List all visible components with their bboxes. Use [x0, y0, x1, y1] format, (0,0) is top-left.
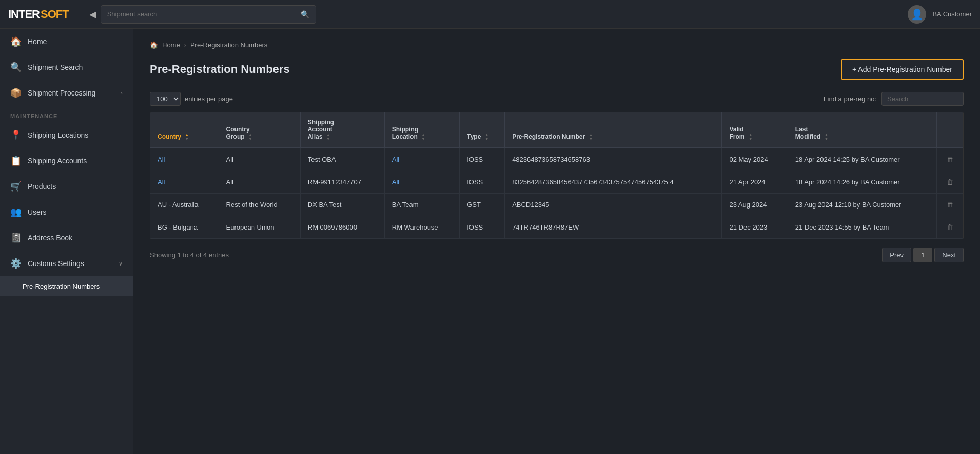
sidebar-label-users: Users	[28, 208, 47, 216]
layout: 🏠 Home 🔍 Shipment Search 📦 Shipment Proc…	[0, 29, 980, 454]
delete-row-button[interactable]: 🗑	[937, 171, 963, 194]
prev-page-button[interactable]: Prev	[882, 248, 911, 262]
sidebar: 🏠 Home 🔍 Shipment Search 📦 Shipment Proc…	[0, 29, 133, 454]
shipping-location-sort-icons: ▲▼	[421, 133, 425, 141]
valid-from-sort-icons: ▲▼	[749, 133, 753, 141]
sidebar-item-address-book[interactable]: 📓 Address Book	[0, 225, 133, 251]
table-controls: 100 10 25 50 entries per page Find a pre…	[150, 92, 964, 106]
breadcrumb-home-link[interactable]: Home	[162, 41, 180, 49]
sidebar-label-shipping-accounts: Shipping Accounts	[28, 157, 87, 165]
pre-registration-table: Country ▲ ▼ CountryGroup ▲▼ ShippingAcco…	[150, 112, 964, 239]
last-modified-sort-icons: ▲▼	[825, 133, 829, 141]
sidebar-label-pre-registration-numbers: Pre-Registration Numbers	[23, 282, 100, 290]
country-sort-icons: ▲ ▼	[185, 133, 189, 141]
global-search-bar: 🔍	[101, 5, 316, 24]
logo: INTER SOFT	[8, 8, 69, 21]
username: BA Customer	[932, 10, 972, 18]
sidebar-label-shipping-locations: Shipping Locations	[28, 131, 88, 139]
column-type[interactable]: Type ▲▼	[460, 112, 505, 148]
main-content: 🏠 Home › Pre-Registration Numbers Pre-Re…	[133, 29, 980, 454]
delete-row-button[interactable]: 🗑	[937, 216, 963, 239]
column-shipping-account-alias[interactable]: ShippingAccountAlias ▲▼	[300, 112, 384, 148]
page-1-button[interactable]: 1	[913, 248, 932, 262]
logo-text-1: INTER	[8, 8, 40, 21]
sidebar-item-products[interactable]: 🛒 Products	[0, 174, 133, 199]
sidebar-item-customs-settings[interactable]: ⚙️ Customs Settings ∨	[0, 251, 133, 276]
pre-reg-search-label: Find a pre-reg no:	[824, 95, 876, 103]
topbar: INTER SOFT ◀ 🔍 👤 BA Customer	[0, 0, 980, 29]
table-header-row: Country ▲ ▼ CountryGroup ▲▼ ShippingAcco…	[150, 112, 963, 148]
table-row: AllAllRM-99112347707AllIOSS8325642873658…	[150, 171, 963, 194]
topbar-right: 👤 BA Customer	[908, 5, 972, 24]
pagination: Prev 1 Next	[882, 248, 964, 262]
shipping-account-alias-sort-icons: ▲▼	[326, 133, 330, 141]
customs-settings-icon: ⚙️	[10, 258, 22, 269]
add-pre-registration-number-button[interactable]: + Add Pre-Registration Number	[841, 59, 964, 80]
column-last-modified[interactable]: LastModified ▲▼	[788, 112, 936, 148]
column-pre-reg-number[interactable]: Pre-Registration Number ▲▼	[505, 112, 722, 148]
shipment-processing-arrow: ›	[121, 90, 123, 96]
column-country-group[interactable]: CountryGroup ▲▼	[219, 112, 300, 148]
sidebar-label-shipment-search: Shipment Search	[28, 63, 83, 71]
table-row: AU - AustraliaRest of the WorldDX BA Tes…	[150, 194, 963, 216]
entries-per-page-control: 100 10 25 50 entries per page	[150, 92, 233, 106]
page-header: Pre-Registration Numbers + Add Pre-Regis…	[150, 59, 964, 80]
maintenance-section-label: MAINTENANCE	[0, 106, 133, 122]
shipment-search-icon: 🔍	[10, 62, 22, 73]
delete-row-button[interactable]: 🗑	[937, 148, 963, 171]
breadcrumb-separator: ›	[184, 41, 186, 49]
shipment-processing-icon: 📦	[10, 87, 22, 99]
search-icon: 🔍	[301, 10, 309, 18]
entries-per-page-select[interactable]: 100 10 25 50	[150, 92, 181, 106]
sidebar-label-shipment-processing: Shipment Processing	[28, 89, 95, 97]
page-title: Pre-Registration Numbers	[150, 63, 290, 76]
sidebar-item-pre-registration-numbers[interactable]: Pre-Registration Numbers	[0, 276, 133, 296]
column-valid-from[interactable]: ValidFrom ▲▼	[722, 112, 788, 148]
users-icon: 👥	[10, 206, 22, 218]
column-country[interactable]: Country ▲ ▼	[150, 112, 219, 148]
sidebar-item-shipping-accounts[interactable]: 📋 Shipping Accounts	[0, 148, 133, 174]
column-shipping-location[interactable]: ShippingLocation ▲▼	[384, 112, 459, 148]
customs-settings-arrow: ∨	[119, 260, 123, 267]
breadcrumb-current: Pre-Registration Numbers	[190, 41, 267, 49]
type-sort-icons: ▲▼	[485, 133, 489, 141]
sidebar-collapse-button[interactable]: ◀	[85, 7, 101, 22]
table-row: BG - BulgariaEuropean UnionRM 0069786000…	[150, 216, 963, 239]
home-icon: 🏠	[10, 36, 22, 47]
sidebar-item-shipment-processing[interactable]: 📦 Shipment Processing ›	[0, 80, 133, 106]
sidebar-item-shipment-search[interactable]: 🔍 Shipment Search	[0, 54, 133, 80]
global-search-input[interactable]	[107, 10, 301, 18]
entries-per-page-label: entries per page	[185, 95, 233, 103]
avatar[interactable]: 👤	[908, 5, 926, 24]
breadcrumb: 🏠 Home › Pre-Registration Numbers	[150, 41, 964, 49]
sidebar-item-shipping-locations[interactable]: 📍 Shipping Locations	[0, 122, 133, 148]
shipping-locations-icon: 📍	[10, 129, 22, 141]
sidebar-label-home: Home	[28, 37, 47, 46]
pagination-row: Showing 1 to 4 of 4 entries Prev 1 Next	[150, 248, 964, 262]
country-group-sort-icons: ▲▼	[248, 133, 252, 141]
sidebar-label-customs-settings: Customs Settings	[28, 259, 84, 268]
sidebar-item-home[interactable]: 🏠 Home	[0, 29, 133, 54]
address-book-icon: 📓	[10, 232, 22, 243]
pre-reg-search-input[interactable]	[881, 92, 964, 106]
sidebar-label-address-book: Address Book	[28, 234, 72, 242]
breadcrumb-home-icon: 🏠	[150, 41, 158, 49]
column-actions	[937, 112, 963, 148]
pre-reg-number-sort-icons: ▲▼	[589, 133, 593, 141]
sidebar-label-products: Products	[28, 182, 56, 191]
delete-row-button[interactable]: 🗑	[937, 194, 963, 216]
logo-text-2: SOFT	[41, 8, 69, 21]
next-page-button[interactable]: Next	[934, 248, 964, 262]
shipping-accounts-icon: 📋	[10, 155, 22, 166]
sidebar-item-users[interactable]: 👥 Users	[0, 199, 133, 225]
products-icon: 🛒	[10, 181, 22, 192]
showing-text: Showing 1 to 4 of 4 entries	[150, 251, 229, 259]
pre-reg-search: Find a pre-reg no:	[824, 92, 964, 106]
table-row: AllAllTest OBAAllIOSS4823648736587346587…	[150, 148, 963, 171]
